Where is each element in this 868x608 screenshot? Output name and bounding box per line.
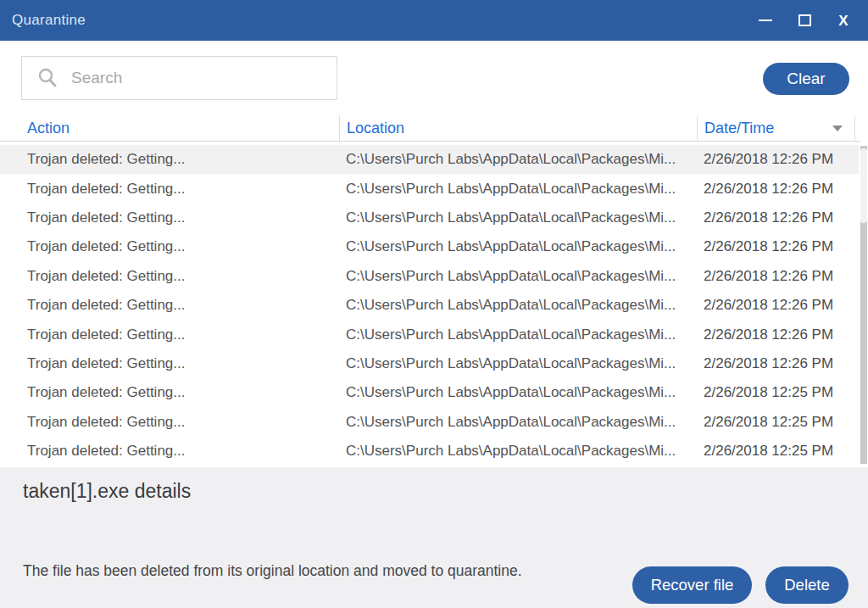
table-row[interactable]: Trojan deleted: Getting...C:\Users\Purch… [0, 291, 859, 320]
table-header: Action Location Date/Time [0, 115, 855, 141]
details-actions: Recover file Delete [632, 566, 849, 604]
row-location: C:\Users\Purch Labs\AppData\Local\Packag… [339, 181, 697, 198]
row-datetime: 2/26/2018 12:26 PM [697, 297, 859, 314]
table-header-divider [0, 141, 860, 142]
column-header-action[interactable]: Action [0, 115, 339, 141]
row-action: Trojan deleted: Getting... [0, 238, 339, 255]
row-location: C:\Users\Purch Labs\AppData\Local\Packag… [339, 384, 697, 401]
search-box[interactable] [21, 56, 337, 100]
row-datetime: 2/26/2018 12:26 PM [697, 268, 859, 285]
window-controls: X [756, 11, 856, 30]
table-scrollbar[interactable] [860, 146, 867, 464]
row-action: Trojan deleted: Getting... [0, 326, 339, 343]
row-datetime: 2/26/2018 12:25 PM [697, 414, 859, 431]
details-title: taken[1].exe details [23, 480, 191, 503]
details-panel: taken[1].exe details The file has been d… [0, 467, 868, 608]
search-input[interactable] [71, 69, 337, 87]
window-title: Quarantine [12, 12, 86, 29]
row-action: Trojan deleted: Getting... [0, 297, 339, 314]
table-body: Trojan deleted: Getting...C:\Users\Purch… [0, 145, 859, 466]
close-icon: X [838, 14, 848, 28]
row-action: Trojan deleted: Getting... [0, 384, 339, 401]
table-row[interactable]: Trojan deleted: Getting...C:\Users\Purch… [0, 378, 859, 407]
maximize-icon [798, 14, 811, 26]
close-button[interactable]: X [834, 11, 853, 30]
row-location: C:\Users\Purch Labs\AppData\Local\Packag… [339, 326, 697, 343]
delete-button[interactable]: Delete [765, 566, 849, 604]
quarantine-window: Quarantine X Clear Action Location Date/… [0, 0, 868, 608]
row-action: Trojan deleted: Getting... [0, 268, 339, 285]
row-action: Trojan deleted: Getting... [0, 443, 339, 460]
table-row[interactable]: Trojan deleted: Getting...C:\Users\Purch… [0, 204, 859, 232]
row-location: C:\Users\Purch Labs\AppData\Local\Packag… [339, 268, 697, 285]
row-datetime: 2/26/2018 12:26 PM [697, 181, 859, 198]
row-action: Trojan deleted: Getting... [0, 414, 339, 431]
table-row[interactable]: Trojan deleted: Getting...C:\Users\Purch… [0, 408, 859, 437]
row-location: C:\Users\Purch Labs\AppData\Local\Packag… [339, 238, 697, 255]
table-row[interactable]: Trojan deleted: Getting...C:\Users\Purch… [0, 232, 859, 261]
row-datetime: 2/26/2018 12:25 PM [697, 443, 859, 460]
table-row[interactable]: Trojan deleted: Getting...C:\Users\Purch… [0, 145, 859, 174]
row-location: C:\Users\Purch Labs\AppData\Local\Packag… [339, 297, 697, 314]
table-row[interactable]: Trojan deleted: Getting...C:\Users\Purch… [0, 262, 859, 291]
row-action: Trojan deleted: Getting... [0, 181, 339, 198]
table-row[interactable]: Trojan deleted: Getting...C:\Users\Purch… [0, 320, 859, 349]
row-datetime: 2/26/2018 12:25 PM [697, 384, 859, 401]
table-row[interactable]: Trojan deleted: Getting...C:\Users\Purch… [0, 174, 859, 203]
titlebar: Quarantine X [0, 0, 868, 41]
minimize-icon [759, 20, 772, 21]
minimize-button[interactable] [756, 11, 775, 30]
table-row[interactable]: Trojan deleted: Getting...C:\Users\Purch… [0, 437, 859, 466]
table-row[interactable]: Trojan deleted: Getting...C:\Users\Purch… [0, 349, 859, 378]
row-location: C:\Users\Purch Labs\AppData\Local\Packag… [339, 355, 697, 372]
row-action: Trojan deleted: Getting... [0, 209, 339, 226]
row-location: C:\Users\Purch Labs\AppData\Local\Packag… [339, 414, 697, 431]
row-datetime: 2/26/2018 12:26 PM [697, 209, 859, 226]
toolbar: Clear [0, 41, 868, 110]
row-datetime: 2/26/2018 12:26 PM [697, 326, 859, 343]
column-header-location[interactable]: Location [339, 115, 697, 141]
column-header-datetime-label: Date/Time [704, 120, 774, 137]
row-datetime: 2/26/2018 12:26 PM [697, 238, 859, 255]
search-icon [36, 67, 58, 89]
row-datetime: 2/26/2018 12:26 PM [697, 151, 859, 168]
row-action: Trojan deleted: Getting... [0, 355, 339, 372]
row-location: C:\Users\Purch Labs\AppData\Local\Packag… [339, 443, 697, 460]
row-location: C:\Users\Purch Labs\AppData\Local\Packag… [339, 209, 697, 226]
row-location: C:\Users\Purch Labs\AppData\Local\Packag… [339, 151, 697, 168]
row-datetime: 2/26/2018 12:26 PM [697, 355, 859, 372]
clear-button[interactable]: Clear [763, 63, 849, 95]
sort-desc-icon [832, 126, 843, 131]
scrollbar-thumb[interactable] [860, 148, 867, 223]
details-description: The file has been deleted from its origi… [23, 561, 540, 581]
row-action: Trojan deleted: Getting... [0, 151, 339, 168]
recover-file-button[interactable]: Recover file [632, 566, 752, 604]
column-header-datetime[interactable]: Date/Time [697, 115, 855, 141]
maximize-button[interactable] [795, 11, 814, 30]
